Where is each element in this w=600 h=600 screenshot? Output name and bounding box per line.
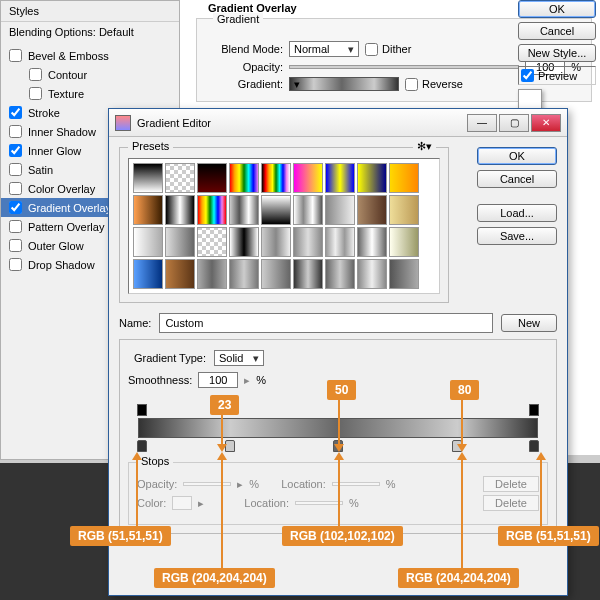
- preset-swatch[interactable]: [293, 195, 323, 225]
- preset-swatch[interactable]: [133, 227, 163, 257]
- preset-swatch[interactable]: [389, 259, 419, 289]
- preset-swatch[interactable]: [197, 227, 227, 257]
- color-stop-100[interactable]: [529, 440, 539, 452]
- arrow-icon: [461, 399, 463, 446]
- style-checkbox[interactable]: [9, 182, 22, 195]
- preset-swatch[interactable]: [133, 195, 163, 225]
- gradient-editor-titlebar[interactable]: Gradient Editor — ▢ ✕: [109, 109, 567, 137]
- preset-swatch[interactable]: [261, 259, 291, 289]
- style-item-bevel-emboss[interactable]: Bevel & Emboss: [1, 46, 179, 65]
- preset-swatch[interactable]: [261, 195, 291, 225]
- preset-swatch[interactable]: [389, 227, 419, 257]
- preset-swatch[interactable]: [197, 259, 227, 289]
- style-item-texture[interactable]: Texture: [1, 84, 179, 103]
- close-button[interactable]: ✕: [531, 114, 561, 132]
- arrow-icon: [221, 458, 223, 568]
- ge-ok-button[interactable]: OK: [477, 147, 557, 165]
- preset-swatch[interactable]: [325, 259, 355, 289]
- preset-swatch[interactable]: [293, 259, 323, 289]
- ge-new-button[interactable]: New: [501, 314, 557, 332]
- gradient-type-select[interactable]: Solid: [214, 350, 264, 366]
- preset-swatch[interactable]: [229, 227, 259, 257]
- ge-cancel-button[interactable]: Cancel: [477, 170, 557, 188]
- opacity-stop[interactable]: [529, 404, 539, 416]
- style-checkbox[interactable]: [9, 201, 22, 214]
- style-label: Satin: [28, 164, 53, 176]
- smoothness-unit: %: [256, 374, 266, 386]
- reverse-checkbox[interactable]: [405, 78, 418, 91]
- presets-label: Presets: [128, 140, 173, 152]
- name-input[interactable]: [159, 313, 493, 333]
- callout-pos-23: 23: [210, 395, 239, 415]
- style-label: Texture: [48, 88, 84, 100]
- ge-save-button[interactable]: Save...: [477, 227, 557, 245]
- style-label: Contour: [48, 69, 87, 81]
- delete-opacity-stop: Delete: [483, 476, 539, 492]
- callout-rgb-51-a: RGB (51,51,51): [70, 526, 171, 546]
- style-checkbox[interactable]: [29, 87, 42, 100]
- preset-swatch[interactable]: [293, 163, 323, 193]
- cancel-button[interactable]: Cancel: [518, 22, 596, 40]
- preset-swatch[interactable]: [389, 163, 419, 193]
- stop-opacity-label: Opacity:: [137, 478, 177, 490]
- style-checkbox[interactable]: [29, 68, 42, 81]
- style-checkbox[interactable]: [9, 125, 22, 138]
- opacity-stop[interactable]: [137, 404, 147, 416]
- preset-swatch[interactable]: [165, 163, 195, 193]
- presets-menu-icon[interactable]: ✻▾: [413, 140, 436, 153]
- preset-swatch[interactable]: [261, 227, 291, 257]
- preset-swatch[interactable]: [325, 163, 355, 193]
- preset-swatch[interactable]: [325, 195, 355, 225]
- preset-swatch[interactable]: [229, 163, 259, 193]
- dither-checkbox[interactable]: [365, 43, 378, 56]
- preset-swatch[interactable]: [357, 195, 387, 225]
- preset-swatch[interactable]: [165, 227, 195, 257]
- stop-location-label: Location:: [281, 478, 326, 490]
- style-checkbox[interactable]: [9, 49, 22, 62]
- callout-rgb-204-b: RGB (204,204,204): [398, 568, 519, 588]
- preset-swatch[interactable]: [229, 259, 259, 289]
- ge-load-button[interactable]: Load...: [477, 204, 557, 222]
- style-checkbox[interactable]: [9, 258, 22, 271]
- blending-options-label[interactable]: Blending Options: Default: [1, 22, 179, 46]
- preset-swatch[interactable]: [325, 227, 355, 257]
- style-checkbox[interactable]: [9, 106, 22, 119]
- preset-swatch[interactable]: [261, 163, 291, 193]
- style-item-contour[interactable]: Contour: [1, 65, 179, 84]
- blend-mode-select[interactable]: Normal: [289, 41, 359, 57]
- callout-pos-50: 50: [327, 380, 356, 400]
- color-stop-0[interactable]: [137, 440, 147, 452]
- gradient-swatch[interactable]: [289, 77, 399, 91]
- preset-swatch[interactable]: [357, 227, 387, 257]
- stop-color-swatch: [172, 496, 192, 510]
- preset-swatch[interactable]: [165, 195, 195, 225]
- style-label: Drop Shadow: [28, 259, 95, 271]
- style-checkbox[interactable]: [9, 239, 22, 252]
- gradient-editor-title: Gradient Editor: [137, 117, 211, 129]
- arrow-icon: [338, 399, 340, 446]
- smoothness-value[interactable]: 100: [198, 372, 238, 388]
- opacity-slider[interactable]: [289, 65, 519, 69]
- arrow-icon: [461, 458, 463, 568]
- preset-swatch[interactable]: [389, 195, 419, 225]
- style-label: Inner Glow: [28, 145, 81, 157]
- preset-swatch[interactable]: [197, 163, 227, 193]
- preset-swatch[interactable]: [357, 163, 387, 193]
- style-checkbox[interactable]: [9, 163, 22, 176]
- maximize-button[interactable]: ▢: [499, 114, 529, 132]
- minimize-button[interactable]: —: [467, 114, 497, 132]
- new-style-button[interactable]: New Style...: [518, 44, 596, 62]
- preset-swatch[interactable]: [357, 259, 387, 289]
- preset-swatch[interactable]: [133, 259, 163, 289]
- style-label: Inner Shadow: [28, 126, 96, 138]
- style-checkbox[interactable]: [9, 220, 22, 233]
- preview-checkbox[interactable]: [521, 69, 534, 82]
- preset-swatch[interactable]: [293, 227, 323, 257]
- ok-button[interactable]: OK: [518, 0, 596, 18]
- stop-color-label: Color:: [137, 497, 166, 509]
- preset-swatch[interactable]: [229, 195, 259, 225]
- preset-swatch[interactable]: [197, 195, 227, 225]
- preset-swatch[interactable]: [165, 259, 195, 289]
- style-checkbox[interactable]: [9, 144, 22, 157]
- preset-swatch[interactable]: [133, 163, 163, 193]
